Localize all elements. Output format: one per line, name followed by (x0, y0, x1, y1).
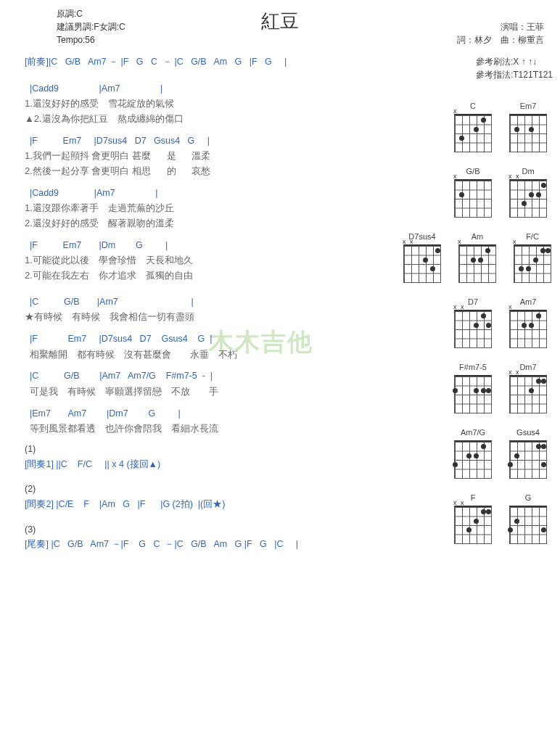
interlude-2: [間奏2] |C/E F |Am G |F |G (2拍) |(回★) (25, 496, 460, 513)
chord-line: |C G/B |Am7 Am7/G F#m7-5 - | (25, 368, 460, 384)
tempo: Tempo:56 (57, 33, 125, 46)
credits: 詞：林夕 曲：柳重言 (457, 33, 544, 46)
chord-line: |Em7 Am7 |Dm7 G | (25, 405, 460, 422)
chord-diagram: Em7 (505, 100, 551, 152)
chord-line: |Cadd9 |Am7 | (25, 185, 460, 202)
lyric-line: 2.可能在我左右 你才追求 孤獨的自由 (25, 268, 460, 284)
singer: 演唱：王菲 (457, 20, 544, 33)
chord-line: |C G/B |Am7 | (25, 294, 460, 310)
lyric-line: 1.還沒好好的感受 雪花綻放的氣候 (25, 96, 460, 112)
chord-diagram: D7sus4 xx (399, 231, 445, 283)
intro-line: [前奏]|C G/B Am7 － |F G C － |C G/B Am G |F… (25, 54, 460, 70)
section-marker: (2) (25, 482, 460, 496)
chord-line: |F Em7 |Dm G | (25, 237, 460, 254)
lyrics-body: [前奏]|C G/B Am7 － |F G C － |C G/B Am G |F… (25, 54, 460, 559)
chord-diagram: Am7/G (450, 427, 496, 479)
lyric-line: 1.還沒跟你牽著手 走過荒蕪的沙丘 (25, 201, 460, 216)
lyric-line: 2.還沒好好的感受 醒著親吻的溫柔 (25, 216, 460, 231)
chord-diagram: Gsus4 (505, 427, 551, 479)
lyric-line: 2.然後一起分享 會更明白 相思 的 哀愁 (25, 164, 460, 179)
chord-diagram: C x (450, 100, 496, 152)
strum-pattern: 參考刷法:X ↑ ↑↓ (476, 55, 553, 68)
outro: [尾奏] |C G/B Am7 －|F G C －|C G/B Am G |F … (25, 536, 460, 553)
lyric-line: 1.可能從此以後 學會珍惜 天長和地久 (25, 253, 460, 268)
original-key: 原調:C (57, 7, 125, 20)
interlude-1: [間奏1] ||C F/C || x 4 (接回▲) (25, 456, 460, 473)
chord-diagram: Dm xx (505, 165, 551, 218)
section-marker: (1) (25, 442, 460, 456)
lyric-line: 等到風景都看透 也許你會陪我 看細水長流 (25, 421, 460, 437)
lyric-line: ★有時候 有時候 我會相信一切有盡頭 (25, 310, 460, 325)
chord-diagram: G (505, 492, 551, 544)
chord-diagram: Am x (454, 231, 501, 283)
lyric-line: 相聚離開 都有時候 沒有甚麼會 永垂 不朽 (25, 347, 460, 363)
chord-diagram: Dm7 xx (505, 361, 551, 413)
suggested-key: 建議男調:F女調:C (57, 20, 125, 33)
chord-diagram: F/C x (509, 231, 556, 283)
chord-line: |Cadd9 |Am7 | (25, 81, 460, 97)
finger-pattern: 參考指法:T121T121 (476, 68, 553, 81)
chord-diagram: F xx (450, 492, 496, 544)
section-marker: (3) (25, 523, 460, 537)
chord-diagram: G/B x (450, 165, 496, 218)
chord-diagram: D7 xx (450, 296, 496, 348)
chord-line: |F Em7 |D7sus4 D7 Gsus4 G | (25, 331, 460, 347)
chord-line: |F Em7 |D7sus4 D7 Gsus4 G | (25, 133, 460, 149)
chord-diagram: F#m7-5 (450, 361, 496, 413)
reference-box: 參考刷法:X ↑ ↑↓ 參考指法:T121T121 (476, 55, 553, 81)
lyric-line: ▲2.還沒為你把紅豆 熬成纏綿的傷口 (25, 112, 460, 127)
lyric-line: 可是我 有時候 寧願選擇留戀 不放 手 (25, 384, 460, 400)
lyric-line: 1.我們一起顫抖 會更明白 甚麼 是 溫柔 (25, 149, 460, 164)
meta-right: 演唱：王菲 詞：林夕 曲：柳重言 (457, 20, 544, 46)
chord-diagram: Am7 x (505, 296, 551, 348)
meta-left: 原調:C 建議男調:F女調:C Tempo:56 (57, 7, 125, 46)
